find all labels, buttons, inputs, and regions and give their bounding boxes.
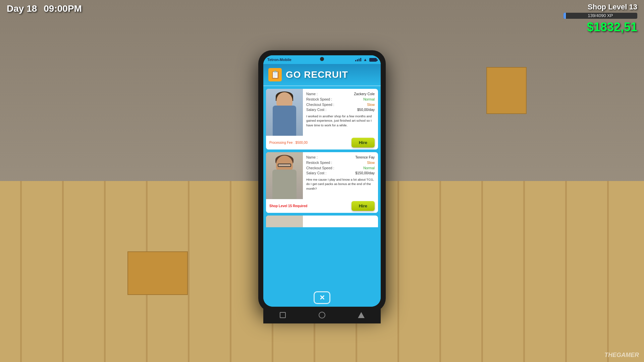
- app-title: GO RECRUIT: [286, 69, 348, 80]
- phone-screen: Tetron-Mobile ▲ 📋 GO RECRUIT: [263, 55, 381, 307]
- candidates-list[interactable]: Name : Zackery Cole Restock Speed : Norm…: [263, 86, 381, 289]
- watermark: THEGAMER: [604, 352, 639, 359]
- phone-navbar: [263, 307, 381, 323]
- char1-body: [273, 106, 296, 136]
- nav-recent-icon[interactable]: [356, 311, 366, 319]
- xp-bar: 139/4090 XP: [564, 13, 637, 19]
- salary-row: Salary Cost : $50,00/day: [306, 107, 375, 113]
- shop-level-req: Shop Level 15 Required: [269, 204, 307, 208]
- char2-body: [272, 170, 297, 199]
- nav-home-icon[interactable]: [317, 311, 327, 319]
- close-icon: ✕: [319, 294, 325, 302]
- hud-topright: Shop Level 13 139/4090 XP $1832,51: [564, 3, 637, 34]
- status-icons: ▲: [355, 57, 377, 62]
- nav-back-icon[interactable]: [278, 311, 288, 319]
- box-right: [486, 67, 527, 114]
- checkout-row-2: Checkout Speed : Normal: [306, 166, 375, 171]
- bio-terence: Hire me cause I play and know a lot abou…: [306, 177, 375, 191]
- close-bar: ✕: [263, 289, 381, 307]
- xp-text: 139/4090 XP: [564, 13, 637, 18]
- wifi-icon: ▲: [363, 57, 367, 62]
- hud-topleft: Day 18 09:00PM: [7, 3, 82, 14]
- phone-container: Tetron-Mobile ▲ 📋 GO RECRUIT: [258, 50, 386, 312]
- phone-body: Tetron-Mobile ▲ 📋 GO RECRUIT: [258, 50, 386, 312]
- money-display: $1832,51: [587, 20, 637, 34]
- restock-row-2: Restock Speed : Slow: [306, 160, 375, 166]
- char2-glasses: [278, 164, 291, 167]
- salary-row-2: Salary Cost : $150,00/day: [306, 171, 375, 176]
- app-header: 📋 GO RECRUIT: [263, 64, 381, 85]
- restock-row: Restock Speed : Normal: [306, 97, 375, 102]
- day-display: Day 18: [7, 3, 37, 14]
- candidate-card-partial: [266, 216, 378, 227]
- bio-zackery: I worked in another shop for a few month…: [306, 114, 375, 127]
- close-button[interactable]: ✕: [314, 291, 330, 304]
- candidate-card-terence: Name : Terence Fay Restock Speed : Slow …: [266, 152, 378, 213]
- hire-button-terence[interactable]: Hire: [352, 201, 375, 211]
- portrait-zackery: [266, 89, 303, 136]
- time-display: 09:00PM: [44, 3, 82, 14]
- checkout-row: Checkout Speed : Slow: [306, 102, 375, 108]
- name-row-2: Name : Terence Fay: [306, 155, 375, 160]
- phone-camera: [320, 57, 324, 61]
- partial-portrait: [266, 216, 303, 227]
- candidate-card-zackery: Name : Zackery Cole Restock Speed : Norm…: [266, 89, 378, 149]
- name-row: Name : Zackery Cole: [306, 92, 375, 97]
- hire-button-zackery[interactable]: Hire: [352, 138, 375, 147]
- carrier-label: Tetron-Mobile: [267, 58, 291, 62]
- clipboard-icon: 📋: [268, 68, 282, 81]
- portrait-terence: [266, 152, 303, 199]
- processing-fee-zackery: Processing Fee : $500,00: [269, 141, 308, 144]
- signal-icon: [355, 58, 361, 61]
- battery-icon: [369, 58, 377, 62]
- box-left: [127, 251, 188, 295]
- shop-level-label: Shop Level 13: [588, 3, 637, 11]
